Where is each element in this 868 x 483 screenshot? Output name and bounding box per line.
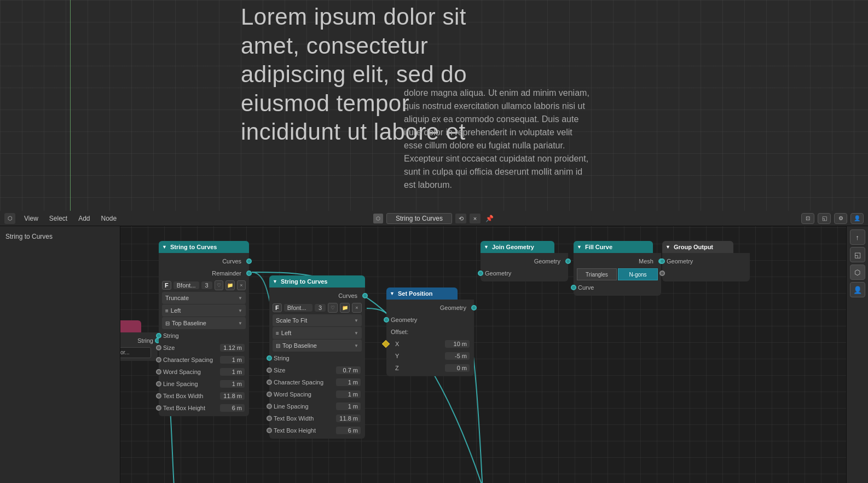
output-geo-input-socket[interactable] bbox=[659, 258, 665, 264]
menu-node[interactable]: Node bbox=[99, 214, 119, 223]
stc2-title: String to Curves bbox=[281, 278, 328, 285]
node-editor[interactable]: ⬡ View Select Add Node ⬡ String to Curve… bbox=[0, 211, 868, 483]
setpos-y-value[interactable]: -5 m bbox=[445, 352, 470, 360]
stc2-tbh-value[interactable]: 6 m bbox=[336, 427, 361, 434]
stc1-char-spacing-row: Character Spacing 1 m bbox=[159, 354, 249, 366]
stc2-tbw-value[interactable]: 11.8 m bbox=[336, 415, 361, 422]
pin-btn[interactable]: 📌 bbox=[484, 214, 495, 223]
stc2-close-btn[interactable]: × bbox=[352, 303, 362, 313]
stc2-char-spacing-socket[interactable] bbox=[267, 380, 272, 385]
toolbar-btn-3[interactable]: ⬡ bbox=[850, 264, 865, 280]
stc1-line-spacing-label: Line Spacing bbox=[163, 381, 220, 387]
stc2-collapse-icon[interactable]: ▼ bbox=[273, 279, 277, 284]
stc2-tbw-socket[interactable] bbox=[267, 416, 272, 421]
stc1-heart-btn[interactable]: ♡ bbox=[215, 280, 223, 290]
stc2-size-socket[interactable] bbox=[267, 367, 272, 373]
stc1-line-spacing-value[interactable]: 1 m bbox=[220, 380, 245, 388]
editor-type-icon[interactable]: ⬡ bbox=[4, 213, 15, 224]
output-geo-input: Geometry bbox=[662, 255, 750, 267]
fill-curve-input-socket[interactable] bbox=[571, 285, 576, 290]
stc2-heart-btn[interactable]: ♡ bbox=[328, 303, 338, 313]
stc2-word-spacing-value[interactable]: 1 m bbox=[336, 390, 361, 398]
stc2-line-spacing-row: Line Spacing 1 m bbox=[269, 400, 365, 412]
fill-triangles-btn[interactable]: Triangles bbox=[577, 268, 617, 280]
join-geo-output: Geometry bbox=[481, 255, 568, 267]
join-geo-input-socket[interactable] bbox=[478, 271, 483, 276]
stc2-size-label: Size bbox=[274, 367, 336, 373]
setpos-collapse-icon[interactable]: ▼ bbox=[390, 291, 395, 296]
stc2-tbw-row: Text Box Width 11.8 m bbox=[269, 412, 365, 424]
stc2-font-num[interactable]: 3 bbox=[315, 304, 326, 312]
stc1-align-h-dropdown[interactable]: ≡ Left ▼ bbox=[162, 304, 246, 317]
stc1-line-spacing-row: Line Spacing 1 m bbox=[159, 378, 249, 390]
stc1-word-spacing-socket[interactable] bbox=[156, 369, 161, 375]
stc1-font-name[interactable]: Bfont... bbox=[173, 281, 199, 289]
menu-add[interactable]: Add bbox=[76, 214, 92, 223]
stc2-overflow-dropdown[interactable]: Scale To Fit ▼ bbox=[273, 314, 362, 326]
stc1-curves-socket[interactable] bbox=[246, 258, 252, 264]
stc1-collapse-icon[interactable]: ▼ bbox=[162, 244, 167, 250]
sidebar-panel: String to Curves bbox=[0, 226, 120, 483]
stc1-tbh-socket[interactable] bbox=[156, 405, 161, 411]
stc2-word-spacing-socket[interactable] bbox=[267, 392, 272, 397]
setpos-x-value[interactable]: 10 m bbox=[445, 340, 470, 348]
toolbar-btn-2[interactable]: ◱ bbox=[850, 247, 865, 262]
output-geo-input-label: Geometry bbox=[667, 258, 745, 264]
stc1-char-spacing-value[interactable]: 1 m bbox=[220, 356, 245, 364]
menu-view[interactable]: View bbox=[22, 214, 40, 223]
stc1-string-socket[interactable] bbox=[156, 333, 161, 338]
setpos-z-label: Z bbox=[391, 365, 445, 371]
stc1-remainder-label: Remainder bbox=[163, 270, 245, 277]
stc1-overflow-arrow: ▼ bbox=[238, 296, 242, 301]
stc1-tbw-value[interactable]: 11.8 m bbox=[220, 392, 245, 400]
stc1-remainder-socket[interactable] bbox=[246, 271, 252, 276]
user-btn[interactable]: 👤 bbox=[850, 213, 864, 224]
stc1-close-btn[interactable]: × bbox=[237, 280, 246, 290]
fill-ngons-btn[interactable]: N-gons bbox=[618, 268, 658, 280]
stc1-font-num[interactable]: 3 bbox=[201, 281, 212, 289]
stc1-size-value[interactable]: 1.12 m bbox=[220, 344, 245, 352]
output-collapse-icon[interactable]: ▼ bbox=[666, 244, 670, 250]
stc1-folder-btn[interactable]: 📁 bbox=[225, 280, 234, 290]
fill-collapse-icon[interactable]: ▼ bbox=[577, 244, 582, 250]
undo-btn[interactable]: ⟲ bbox=[455, 214, 466, 223]
stc2-size-value[interactable]: 0.7 m bbox=[336, 366, 361, 374]
stc2-align-v-dropdown[interactable]: ⊟ Top Baseline ▼ bbox=[273, 340, 362, 352]
stc1-overflow-dropdown[interactable]: Truncate ▼ bbox=[162, 292, 246, 304]
stc2-curves-socket[interactable] bbox=[362, 293, 368, 298]
setpos-z-value[interactable]: 0 m bbox=[445, 364, 470, 372]
stc1-string-label: String bbox=[163, 332, 245, 339]
stc1-char-spacing-socket[interactable] bbox=[156, 357, 161, 363]
stc2-line-spacing-socket[interactable] bbox=[267, 404, 272, 409]
join-geo-output-socket[interactable] bbox=[565, 258, 571, 264]
stc2-line-spacing-value[interactable]: 1 m bbox=[336, 403, 361, 410]
stc1-size-socket[interactable] bbox=[156, 345, 161, 350]
output-dot-socket[interactable] bbox=[659, 271, 665, 276]
stc2-string-socket[interactable] bbox=[267, 355, 272, 361]
stc2-align-h-dropdown[interactable]: ≡ Left ▼ bbox=[273, 327, 362, 339]
stc1-align-v-dropdown[interactable]: ⊟ Top Baseline ▼ bbox=[162, 317, 246, 329]
overlay-btn[interactable]: ⊡ bbox=[801, 213, 814, 224]
setpos-geo-output-label: Geometry bbox=[391, 304, 470, 311]
sidebar-title: String to Curves bbox=[4, 231, 115, 243]
stc2-folder-btn[interactable]: 📁 bbox=[340, 303, 350, 313]
stc1-tbw-socket[interactable] bbox=[156, 393, 161, 399]
stc2-font-row: F Bfont... 3 ♡ 📁 × bbox=[269, 302, 365, 314]
setpos-geo-output-socket[interactable] bbox=[471, 305, 477, 311]
stc2-char-spacing-value[interactable]: 1 m bbox=[336, 378, 361, 386]
stc2-body: Curves F Bfont... 3 ♡ 📁 × Scale To Fit ▼… bbox=[269, 288, 365, 439]
setpos-geo-input-socket[interactable] bbox=[384, 317, 389, 323]
join-collapse-icon[interactable]: ▼ bbox=[484, 244, 489, 250]
settings-btn[interactable]: ⚙ bbox=[834, 213, 847, 224]
stc1-line-spacing-socket[interactable] bbox=[156, 381, 161, 387]
stc2-tbh-socket[interactable] bbox=[267, 428, 272, 433]
stc2-font-name[interactable]: Bfont... bbox=[284, 304, 313, 312]
node-name-label[interactable]: String to Curves bbox=[386, 213, 452, 224]
stc1-tbh-value[interactable]: 6 m bbox=[220, 404, 245, 412]
toolbar-btn-4[interactable]: 👤 bbox=[850, 282, 865, 297]
stc1-word-spacing-value[interactable]: 1 m bbox=[220, 368, 245, 376]
zoom-btn[interactable]: ◱ bbox=[818, 213, 831, 224]
toolbar-btn-1[interactable]: ↑ bbox=[850, 229, 865, 245]
close-btn[interactable]: × bbox=[470, 214, 481, 223]
menu-select[interactable]: Select bbox=[47, 214, 70, 223]
